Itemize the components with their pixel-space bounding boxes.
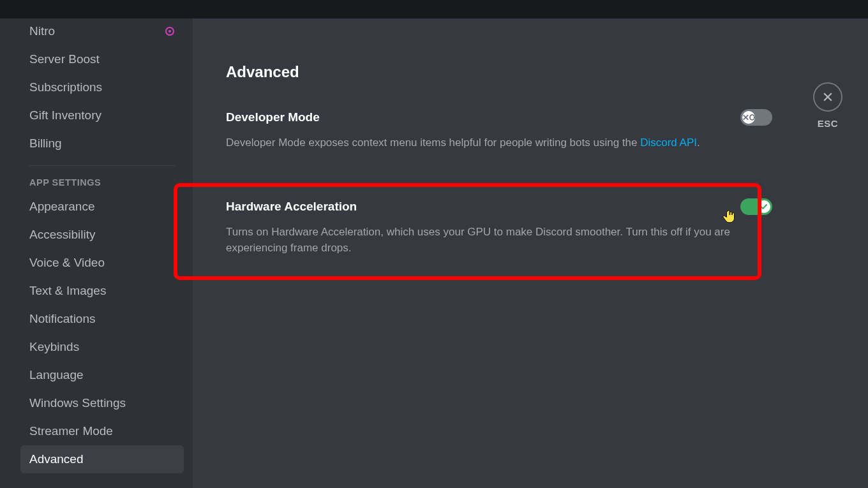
sidebar-item-streamer-mode[interactable]: Streamer Mode xyxy=(20,417,184,445)
settings-content: Advanced Developer Mode Developer Mode e… xyxy=(193,18,868,488)
setting-developer-mode: Developer Mode Developer Mode exposes co… xyxy=(226,99,772,165)
sidebar-item-voice-video[interactable]: Voice & Video xyxy=(20,249,184,277)
discord-api-link[interactable]: Discord API xyxy=(640,137,697,149)
hardware-acceleration-toggle[interactable] xyxy=(740,198,772,215)
sidebar-item-text-images[interactable]: Text & Images xyxy=(20,277,184,305)
setting-description: Turns on Hardware Acceleration, which us… xyxy=(226,224,737,256)
settings-sidebar: Nitro Server Boost Subscriptions Gift In… xyxy=(0,18,193,488)
desc-text: Developer Mode exposes context menu item… xyxy=(226,137,640,149)
settings-layout: Nitro Server Boost Subscriptions Gift In… xyxy=(0,18,868,488)
sidebar-section-header: APP SETTINGS xyxy=(20,174,184,193)
sidebar-item-keybinds[interactable]: Keybinds xyxy=(20,333,184,361)
sidebar-item-accessibility[interactable]: Accessibility xyxy=(20,221,184,249)
desc-text: . xyxy=(697,137,700,149)
toggle-knob xyxy=(758,200,770,213)
sidebar-item-label: Nitro xyxy=(29,24,55,38)
sidebar-item-billing[interactable]: Billing xyxy=(20,129,184,158)
sidebar-item-label: Windows Settings xyxy=(29,396,126,410)
sidebar-item-advanced[interactable]: Advanced xyxy=(20,445,184,473)
sidebar-item-label: Streamer Mode xyxy=(29,424,113,438)
sidebar-item-label: Accessibility xyxy=(29,228,95,242)
setting-description: Developer Mode exposes context menu item… xyxy=(226,135,737,151)
sidebar-item-nitro[interactable]: Nitro xyxy=(20,18,184,45)
window-titlebar xyxy=(0,0,868,18)
sidebar-item-label: Subscriptions xyxy=(29,80,102,94)
close-label: ESC xyxy=(813,118,842,129)
sidebar-item-label: Advanced xyxy=(29,452,84,466)
sidebar-item-label: Appearance xyxy=(29,200,94,214)
developer-mode-toggle[interactable] xyxy=(740,109,772,126)
sidebar-item-windows-settings[interactable]: Windows Settings xyxy=(20,389,184,417)
toggle-knob xyxy=(742,111,755,124)
sidebar-item-label: Gift Inventory xyxy=(29,108,101,122)
close-icon xyxy=(813,82,842,112)
svg-point-1 xyxy=(168,30,171,33)
sidebar-item-appearance[interactable]: Appearance xyxy=(20,193,184,221)
close-settings-button[interactable]: ESC xyxy=(813,82,842,129)
sidebar-item-subscriptions[interactable]: Subscriptions xyxy=(20,73,184,101)
sidebar-item-label: Keybinds xyxy=(29,340,79,354)
setting-hardware-acceleration: Hardware Acceleration Turns on Hardware … xyxy=(226,165,772,270)
sidebar-item-notifications[interactable]: Notifications xyxy=(20,305,184,333)
sidebar-item-language[interactable]: Language xyxy=(20,361,184,389)
sidebar-item-label: Text & Images xyxy=(29,284,106,298)
sidebar-item-gift-inventory[interactable]: Gift Inventory xyxy=(20,101,184,129)
sidebar-item-label: Notifications xyxy=(29,312,96,326)
nitro-badge-icon xyxy=(165,26,175,36)
sidebar-item-label: Language xyxy=(29,368,84,382)
sidebar-divider xyxy=(29,165,175,166)
page-title: Advanced xyxy=(226,63,772,81)
setting-title: Hardware Acceleration xyxy=(226,200,357,214)
setting-title: Developer Mode xyxy=(226,110,320,124)
sidebar-item-label: Billing xyxy=(29,137,62,151)
sidebar-item-server-boost[interactable]: Server Boost xyxy=(20,45,184,73)
sidebar-item-label: Server Boost xyxy=(29,52,100,66)
sidebar-item-label: Voice & Video xyxy=(29,256,105,270)
